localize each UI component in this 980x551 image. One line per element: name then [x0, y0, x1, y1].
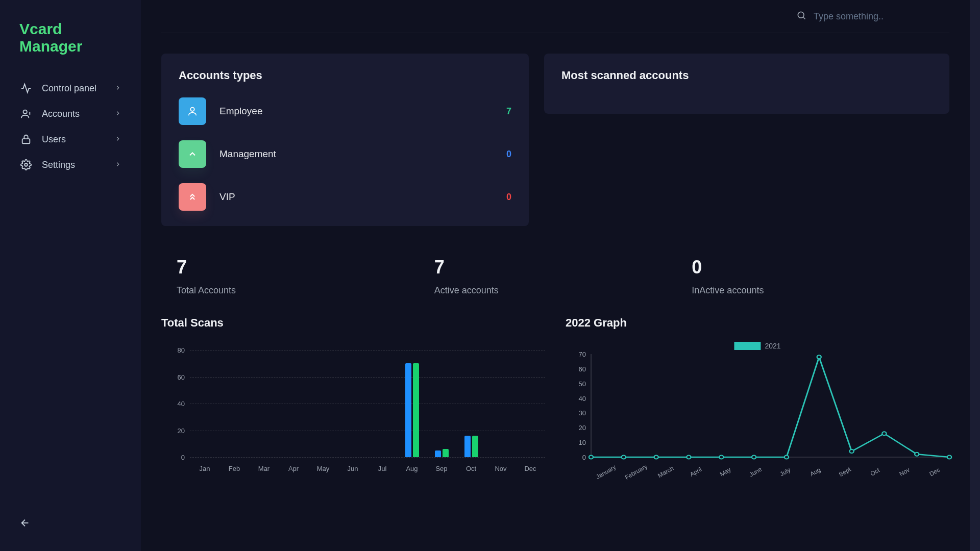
most-scanned-card: Most scanned accounts: [544, 54, 949, 114]
chevron-right-icon: [114, 109, 121, 119]
type-count: 7: [506, 106, 511, 117]
svg-point-12: [654, 456, 658, 459]
type-count: 0: [506, 192, 511, 203]
chevron-up-icon: [179, 140, 206, 168]
svg-point-10: [589, 456, 593, 459]
svg-point-5: [798, 12, 804, 18]
stat-value: 7: [177, 257, 419, 278]
bar-chart: 020406080JanFebMarAprMayJunJulAugSepOctN…: [161, 345, 545, 472]
svg-point-15: [752, 456, 756, 459]
svg-point-0: [23, 110, 27, 114]
chevron-right-icon: [114, 160, 121, 170]
type-row-vip[interactable]: VIP 0: [179, 183, 511, 211]
svg-point-17: [817, 355, 821, 359]
chevron-right-icon: [114, 134, 121, 145]
topbar: [161, 0, 949, 33]
bar-chart-panel: Total Scans 020406080JanFebMarAprMayJunJ…: [161, 316, 545, 472]
svg-point-20: [915, 453, 919, 456]
lock-icon: [19, 134, 33, 145]
main-content: Accounts types Employee 7 Management 0: [141, 0, 970, 551]
sidebar-item-label: Settings: [42, 160, 75, 170]
search-wrap: [796, 10, 949, 22]
svg-rect-2: [22, 139, 30, 143]
svg-point-19: [882, 432, 886, 435]
brand-title: Vcard Manager: [19, 20, 121, 55]
sidebar-item-accounts[interactable]: Accounts: [10, 101, 131, 127]
sidebar-item-label: Users: [42, 134, 66, 145]
chart-title: 2022 Graph: [566, 316, 949, 330]
svg-point-7: [190, 108, 194, 111]
svg-point-11: [622, 456, 626, 459]
sidebar-item-control-panel[interactable]: Control panel: [10, 76, 131, 101]
type-row-employee[interactable]: Employee 7: [179, 97, 511, 125]
type-count: 0: [506, 149, 511, 160]
chart-legend: 2021: [734, 342, 780, 350]
stat-total-accounts: 7 Total Accounts: [177, 257, 419, 296]
line-chart: 2021 010203040506070 JanuaryFebruaryMarc…: [566, 345, 949, 472]
legend-swatch: [734, 342, 761, 350]
legend-label: 2021: [765, 342, 780, 350]
card-title: Accounts types: [179, 69, 511, 82]
line-chart-panel: 2022 Graph 2021 010203040506070 JanuaryF…: [566, 316, 949, 472]
gear-icon: [19, 159, 33, 170]
stat-label: Active accounts: [434, 285, 677, 296]
svg-line-6: [803, 17, 805, 19]
stat-value: 7: [434, 257, 677, 278]
stat-value: 0: [692, 257, 934, 278]
sidebar-item-settings[interactable]: Settings: [10, 152, 131, 178]
chevron-right-icon: [114, 83, 121, 94]
svg-point-18: [849, 449, 853, 453]
stats-row: 7 Total Accounts 7 Active accounts 0 InA…: [161, 257, 949, 296]
card-title: Most scanned accounts: [561, 69, 932, 82]
sidebar-item-label: Accounts: [42, 109, 80, 119]
accounts-types-card: Accounts types Employee 7 Management 0: [161, 54, 529, 226]
chart-title: Total Scans: [161, 316, 545, 330]
type-label: VIP: [219, 191, 235, 203]
scrollbar[interactable]: [970, 0, 980, 551]
search-icon: [796, 10, 806, 22]
search-input[interactable]: [814, 11, 949, 22]
svg-point-21: [947, 456, 951, 459]
back-arrow-icon[interactable]: [19, 521, 31, 530]
type-row-management[interactable]: Management 0: [179, 140, 511, 168]
double-chevron-up-icon: [179, 183, 206, 211]
stat-label: Total Accounts: [177, 285, 419, 296]
stat-active-accounts: 7 Active accounts: [434, 257, 677, 296]
user-icon: [19, 108, 33, 119]
sidebar-item-users[interactable]: Users: [10, 127, 131, 152]
type-label: Management: [219, 148, 276, 160]
svg-point-13: [687, 456, 691, 459]
sidebar: Vcard Manager Control panel Accounts Use…: [0, 0, 141, 551]
type-label: Employee: [219, 106, 263, 117]
stat-inactive-accounts: 0 InActive accounts: [692, 257, 934, 296]
sidebar-item-label: Control panel: [42, 83, 96, 94]
svg-point-14: [719, 456, 723, 459]
activity-icon: [19, 83, 33, 94]
employee-icon: [179, 97, 206, 125]
stat-label: InActive accounts: [692, 285, 934, 296]
svg-point-3: [24, 163, 28, 166]
svg-point-16: [785, 456, 789, 459]
